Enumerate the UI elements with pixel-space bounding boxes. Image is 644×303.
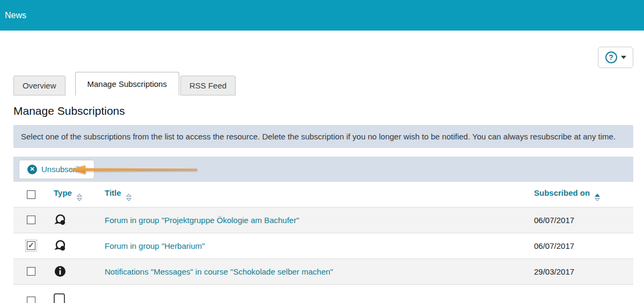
chevron-down-icon <box>621 56 626 59</box>
type-icon-partial <box>54 293 65 303</box>
row-select-checkbox[interactable] <box>27 267 35 276</box>
subscription-link[interactable]: Forum in group "Projektgruppe Ökologie a… <box>105 216 299 225</box>
row-select-checkbox[interactable] <box>27 216 35 224</box>
forum-icon <box>54 213 67 226</box>
info-message: Select one of the subscriptions from the… <box>13 125 633 148</box>
subscriptions-table: Type Title Subscribed on Forum in group … <box>13 182 633 303</box>
table-row: Forum in group "Herbarium" 06/07/2017 <box>13 233 633 258</box>
subscribed-date: 29/03/2017 <box>534 267 574 276</box>
unsubscribe-button-label: Unsubscribe <box>41 165 86 174</box>
column-header-subscribed-on[interactable]: Subscribed on <box>534 182 633 207</box>
sort-icon[interactable] <box>77 194 82 201</box>
tab-overview[interactable]: Overview <box>13 76 65 95</box>
row-select-checkbox[interactable] <box>27 241 35 250</box>
action-toolbar: ✕ Unsubscribe <box>13 157 633 182</box>
sort-icon[interactable] <box>126 194 131 201</box>
header-title: News <box>5 11 26 20</box>
table-row: Forum in group "Projektgruppe Ökologie a… <box>13 207 633 233</box>
select-all-checkbox[interactable] <box>27 190 35 199</box>
tab-bar: Overview Manage Subscriptions RSS Feed <box>0 72 644 95</box>
question-mark-circle-icon: ? <box>605 51 617 63</box>
row-select-checkbox[interactable] <box>27 297 35 303</box>
tab-rss-feed[interactable]: RSS Feed <box>180 76 236 95</box>
column-header-type[interactable]: Type <box>40 182 91 207</box>
help-dropdown-button[interactable]: ? <box>598 47 633 68</box>
sort-icon-active[interactable] <box>595 194 600 201</box>
subscription-link[interactable]: Forum in group "Herbarium" <box>105 241 205 250</box>
top-header-bar: News <box>0 0 644 31</box>
info-icon <box>54 265 67 278</box>
tab-manage-subscriptions[interactable]: Manage Subscriptions <box>75 72 179 95</box>
subscribed-date: 06/07/2017 <box>534 216 574 225</box>
table-row <box>13 284 633 303</box>
column-header-title[interactable]: Title <box>91 182 534 207</box>
subscribed-date: 06/07/2017 <box>534 241 574 250</box>
unsubscribe-button[interactable]: ✕ Unsubscribe <box>19 160 94 179</box>
table-header-row: Type Title Subscribed on <box>13 182 633 207</box>
table-row: Notifications "Messages" in course "Scho… <box>13 258 633 284</box>
subscription-link[interactable]: Notifications "Messages" in course "Scho… <box>105 267 333 276</box>
forum-icon <box>54 239 67 252</box>
page-title: Manage Subscriptions <box>13 105 633 117</box>
x-circle-icon: ✕ <box>27 165 37 174</box>
